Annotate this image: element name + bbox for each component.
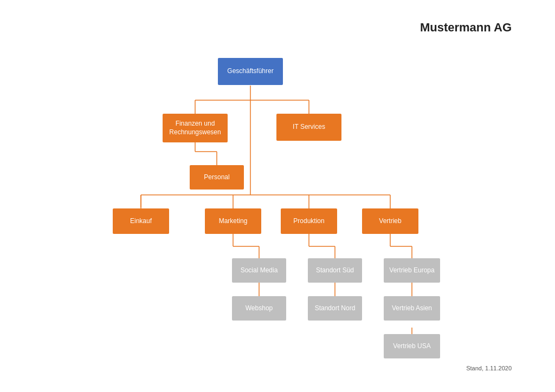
node-it-services: IT Services <box>276 114 341 141</box>
org-chart: Geschäftsführer Finanzen und Rechnungswe… <box>33 46 522 360</box>
node-standort-nord: Standort Nord <box>308 296 362 321</box>
node-marketing: Marketing <box>205 208 261 234</box>
node-webshop: Webshop <box>232 296 286 321</box>
node-finanzen: Finanzen und Rechnungswesen <box>163 114 228 142</box>
node-vertrieb-europa: Vertrieb Europa <box>384 258 440 283</box>
node-geschaeftsfuehrer: Geschäftsführer <box>218 58 283 85</box>
company-title: Mustermann AG <box>420 21 512 35</box>
node-einkauf: Einkauf <box>113 208 169 234</box>
page: Mustermann AG Stand, 1.11.2020 <box>0 0 555 392</box>
node-vertrieb: Vertrieb <box>362 208 418 234</box>
node-produktion: Produktion <box>281 208 337 234</box>
stand-text: Stand, 1.11.2020 <box>466 365 512 371</box>
node-personal: Personal <box>190 165 244 190</box>
node-vertrieb-asien: Vertrieb Asien <box>384 296 440 321</box>
node-social-media: Social Media <box>232 258 286 283</box>
node-vertrieb-usa: Vertrieb USA <box>384 334 440 358</box>
node-standort-sued: Standort Süd <box>308 258 362 283</box>
